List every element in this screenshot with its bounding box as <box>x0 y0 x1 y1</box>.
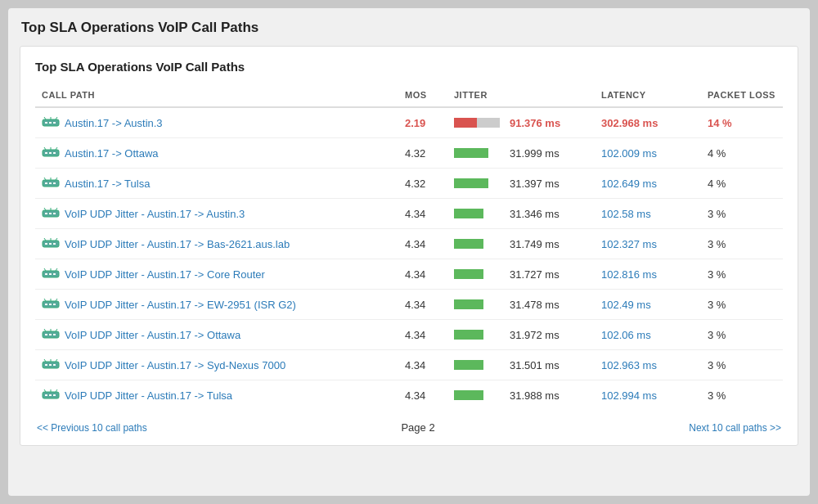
svg-rect-59 <box>53 364 56 366</box>
table-row: VoIP UDP Jitter - Austin.17 -> Bas-2621.… <box>35 229 783 259</box>
bar-green-sm <box>454 330 483 340</box>
col-header-call-path: CALL PATH <box>35 85 398 107</box>
mos-value: 4.34 <box>398 320 447 350</box>
mos-value: 4.32 <box>398 138 447 169</box>
latency-cell: 102.816 ms <box>595 259 701 290</box>
latency-cell: 102.963 ms <box>595 350 701 380</box>
table-body: Austin.17 -> Austin.3 2.19 91.376 ms 302… <box>35 107 783 410</box>
mos-value: 4.34 <box>398 380 447 411</box>
call-paths-table: CALL PATH MOS JITTER LATENCY PACKET LOSS… <box>35 85 783 410</box>
latency-cell: 102.327 ms <box>595 229 701 259</box>
svg-rect-38 <box>53 273 56 275</box>
call-path-cell: Austin.17 -> Austin.3 <box>35 107 398 138</box>
packet-loss-cell: 3 % <box>701 380 783 411</box>
latency-cell: 102.49 ms <box>595 290 701 320</box>
bar-red <box>454 118 477 128</box>
outer-title: Top SLA Operations VoIP Call Paths <box>20 20 798 36</box>
mos-number: 2.19 <box>405 117 425 129</box>
latency-number: 102.649 ms <box>601 178 657 190</box>
svg-rect-65 <box>49 394 52 396</box>
call-path-link[interactable]: VoIP UDP Jitter - Austin.17 -> Austin.3 <box>65 208 245 220</box>
jitter-cell: 31.749 ms <box>447 229 595 259</box>
header-row: CALL PATH MOS JITTER LATENCY PACKET LOSS <box>35 85 783 107</box>
latency-cell: 102.994 ms <box>595 380 701 411</box>
col-header-latency: LATENCY <box>595 85 701 107</box>
mos-value: 4.32 <box>398 169 447 199</box>
jitter-bar <box>454 239 503 249</box>
mos-number: 4.32 <box>405 178 425 190</box>
packet-loss-cell: 14 % <box>701 107 783 138</box>
svg-rect-45 <box>53 304 56 305</box>
call-path-link[interactable]: VoIP UDP Jitter - Austin.17 -> Core Rout… <box>65 268 265 281</box>
latency-number: 102.963 ms <box>601 359 657 371</box>
call-path-link[interactable]: VoIP UDP Jitter - Austin.17 -> Ottawa <box>65 329 240 341</box>
latency-cell: 102.06 ms <box>595 320 701 350</box>
svg-rect-17 <box>53 182 56 184</box>
svg-rect-51 <box>49 334 52 335</box>
pagination-row: << Previous 10 call paths Page 2 Next 10… <box>35 421 783 434</box>
call-path-link[interactable]: VoIP UDP Jitter - Austin.17 -> EW-2951 (… <box>65 299 296 311</box>
call-path-link[interactable]: Austin.17 -> Austin.3 <box>65 117 163 129</box>
call-path-link[interactable]: VoIP UDP Jitter - Austin.17 -> Syd-Nexus… <box>65 359 285 371</box>
call-path-cell: Austin.17 -> Tulsa <box>35 169 398 199</box>
svg-rect-36 <box>45 273 47 275</box>
svg-rect-43 <box>45 304 47 305</box>
jitter-number: 91.376 ms <box>510 117 560 129</box>
call-path-cell: VoIP UDP Jitter - Austin.17 -> Ottawa <box>35 320 398 350</box>
jitter-cell: 31.988 ms <box>447 380 595 411</box>
router-icon <box>42 358 60 371</box>
packet-loss-cell: 3 % <box>701 259 783 290</box>
svg-rect-50 <box>45 334 47 335</box>
call-path-link[interactable]: Austin.17 -> Ottawa <box>65 147 159 160</box>
call-path-cell: VoIP UDP Jitter - Austin.17 -> EW-2951 (… <box>35 290 398 320</box>
jitter-number: 31.999 ms <box>510 147 560 160</box>
svg-rect-22 <box>45 213 47 214</box>
svg-rect-1 <box>45 122 47 124</box>
jitter-cell: 31.972 ms <box>447 320 595 350</box>
table-row: VoIP UDP Jitter - Austin.17 -> Core Rout… <box>35 259 783 290</box>
router-icon <box>42 389 60 402</box>
bar-green-sm <box>454 360 483 370</box>
jitter-number: 31.972 ms <box>510 329 560 341</box>
next-page-button[interactable]: Next 10 call paths >> <box>689 422 781 434</box>
svg-rect-37 <box>49 273 52 275</box>
jitter-cell: 31.501 ms <box>447 350 595 380</box>
call-path-link[interactable]: VoIP UDP Jitter - Austin.17 -> Tulsa <box>65 389 232 402</box>
svg-rect-64 <box>45 394 47 396</box>
bar-green-sm <box>454 239 483 249</box>
mos-number: 4.34 <box>405 389 425 402</box>
packet-loss-cell: 4 % <box>701 138 783 169</box>
outer-container: Top SLA Operations VoIP Call Paths Top S… <box>8 8 810 496</box>
router-icon <box>42 328 60 341</box>
router-icon <box>42 298 60 311</box>
svg-rect-66 <box>53 394 56 396</box>
table-row: Austin.17 -> Ottawa 4.32 31.999 ms 102.0… <box>35 138 783 169</box>
packet-loss-number: 3 % <box>708 208 726 220</box>
bar-green-sm <box>454 299 483 309</box>
packet-loss-number: 3 % <box>708 359 726 371</box>
prev-page-button[interactable]: << Previous 10 call paths <box>37 422 147 434</box>
mos-value: 4.34 <box>398 290 447 320</box>
jitter-bar <box>454 299 503 309</box>
jitter-cell: 31.727 ms <box>447 259 595 290</box>
packet-loss-cell: 3 % <box>701 229 783 259</box>
packet-loss-number: 14 % <box>708 117 732 129</box>
call-path-cell: VoIP UDP Jitter - Austin.17 -> Syd-Nexus… <box>35 350 398 380</box>
latency-cell: 102.58 ms <box>595 199 701 229</box>
call-path-cell: Austin.17 -> Ottawa <box>35 138 398 169</box>
call-path-cell: VoIP UDP Jitter - Austin.17 -> Austin.3 <box>35 199 398 229</box>
packet-loss-number: 3 % <box>708 389 726 402</box>
call-path-link[interactable]: Austin.17 -> Tulsa <box>65 178 150 190</box>
svg-rect-10 <box>53 152 56 154</box>
jitter-bar <box>454 209 503 218</box>
table-row: VoIP UDP Jitter - Austin.17 -> Ottawa 4.… <box>35 320 783 350</box>
jitter-bar <box>454 269 503 279</box>
svg-rect-15 <box>45 182 47 184</box>
packet-loss-number: 3 % <box>708 238 726 250</box>
packet-loss-number: 3 % <box>708 329 726 341</box>
svg-rect-30 <box>49 243 52 245</box>
svg-rect-16 <box>49 182 52 184</box>
call-path-link[interactable]: VoIP UDP Jitter - Austin.17 -> Bas-2621.… <box>65 238 290 250</box>
svg-rect-9 <box>49 152 52 154</box>
svg-rect-24 <box>53 213 56 214</box>
